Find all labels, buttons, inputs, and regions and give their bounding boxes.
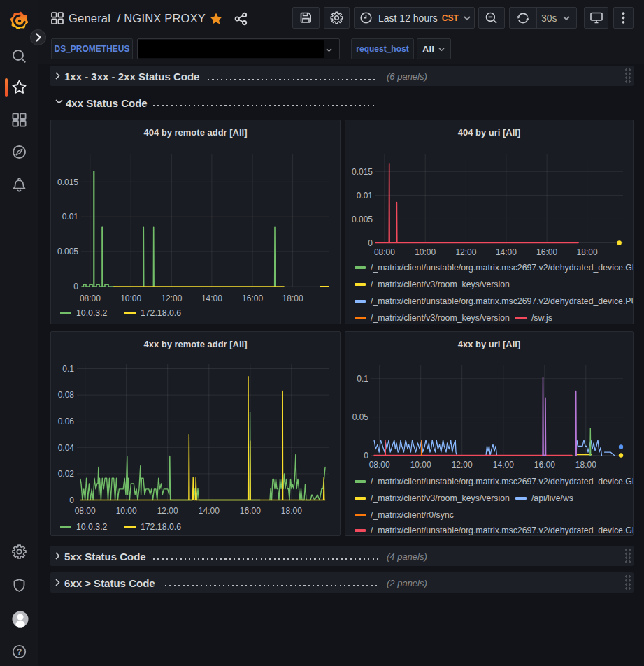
svg-text:0: 0 [69,495,74,505]
svg-text:10:00: 10:00 [116,506,137,516]
svg-text:0.015: 0.015 [352,167,373,177]
svg-text:12:00: 12:00 [157,506,178,516]
svg-text:12:00: 12:00 [455,247,476,257]
svg-text:18:00: 18:00 [282,294,303,303]
svg-text:10:00: 10:00 [415,247,436,257]
svg-text:0.005: 0.005 [352,215,373,224]
svg-text:18:00: 18:00 [577,247,598,257]
svg-text:?: ? [17,647,22,657]
svg-text:0.01: 0.01 [62,212,79,222]
svg-text:14:00: 14:00 [496,247,517,257]
svg-text:08:00: 08:00 [80,294,101,303]
svg-text:0.04: 0.04 [58,443,75,453]
svg-text:08:00: 08:00 [369,460,390,470]
svg-text:14:00: 14:00 [199,506,220,516]
svg-text:0.015: 0.015 [57,178,78,187]
svg-text:10:00: 10:00 [410,460,431,470]
svg-text:18:00: 18:00 [575,460,596,470]
svg-text:12:00: 12:00 [161,294,182,303]
svg-text:08:00: 08:00 [374,247,395,257]
svg-text:14:00: 14:00 [493,460,514,470]
svg-text:0: 0 [364,451,368,461]
svg-text:16:00: 16:00 [240,506,261,516]
svg-text:10:00: 10:00 [120,294,141,303]
svg-text:14:00: 14:00 [201,294,222,303]
svg-text:16:00: 16:00 [536,247,557,257]
svg-text:0.01: 0.01 [357,191,373,201]
svg-text:0.06: 0.06 [58,417,75,426]
svg-text:16:00: 16:00 [242,294,263,303]
svg-text:16:00: 16:00 [534,460,555,470]
svg-text:18:00: 18:00 [281,506,302,516]
svg-text:0.005: 0.005 [57,247,78,256]
svg-text:12:00: 12:00 [452,460,473,470]
svg-text:0.1: 0.1 [62,364,74,374]
svg-text:0: 0 [368,238,373,248]
svg-text:0.02: 0.02 [58,469,75,479]
svg-text:08:00: 08:00 [75,506,96,516]
svg-text:0.1: 0.1 [357,374,368,384]
svg-text:0.08: 0.08 [58,390,75,400]
svg-text:0: 0 [73,282,78,291]
svg-text:0.05: 0.05 [352,412,369,422]
